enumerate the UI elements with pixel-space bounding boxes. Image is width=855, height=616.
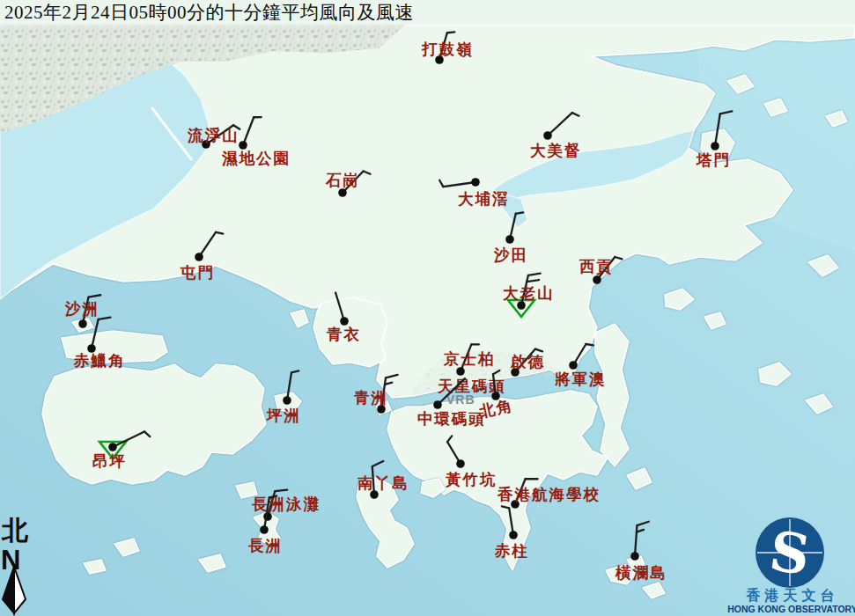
- station-label: 黃竹坑: [446, 471, 498, 488]
- station-label: 濕地公園: [221, 150, 291, 167]
- station-label: 大埔滘: [458, 190, 510, 208]
- station-dot: [593, 275, 601, 284]
- station-dot: [456, 367, 465, 376]
- map-title: 2025年2月24日05時00分的十分鐘平均風向及風速: [0, 0, 855, 25]
- station-label: 中環碼頭: [417, 410, 486, 428]
- station-dot: [78, 319, 87, 328]
- station-label: 啟德: [510, 353, 545, 370]
- station-dot: [509, 531, 518, 539]
- station-label: 流浮山: [187, 127, 240, 144]
- station-dot: [340, 317, 349, 326]
- compass-letter: N: [1, 545, 20, 576]
- wind-barb-feather: [275, 490, 287, 491]
- wind-barb-feather: [516, 212, 523, 213]
- logo-cn-text: 香港天文台: [746, 587, 839, 603]
- station-label: 大老山: [503, 284, 555, 302]
- station-dot: [517, 301, 526, 310]
- station-label: 南丫島: [357, 474, 409, 492]
- station-label: 西貢: [579, 258, 614, 275]
- station-label: 塔門: [696, 151, 731, 169]
- wind-barb-feather: [586, 344, 593, 345]
- station-label: 橫瀾島: [615, 564, 667, 582]
- station-dot: [543, 131, 552, 140]
- station-dot: [456, 459, 465, 468]
- station-dot: [711, 142, 719, 150]
- station-label: 沙田: [493, 246, 528, 264]
- station-dot: [569, 361, 578, 370]
- station-dot: [505, 235, 514, 244]
- logo-en-text: HONG KONG OBSERVATORY: [727, 604, 855, 614]
- station-label: 青衣: [326, 326, 361, 343]
- wind-map: 打鼓嶺流浮山濕地公園石崗大埔滘大美督塔門沙田西貢大老山屯門沙洲赤鱲角青衣京士柏啟…: [0, 0, 855, 616]
- station-dot: [283, 396, 291, 405]
- station-label: 京士柏: [443, 350, 496, 368]
- station-label: 赤柱: [494, 542, 529, 560]
- station-label: 沙洲: [64, 300, 100, 318]
- station-dot: [338, 188, 347, 197]
- station-label: 昂坪: [92, 452, 127, 470]
- station-dot: [433, 400, 442, 409]
- station-label: 將軍澳: [554, 370, 607, 388]
- map-canvas: 打鼓嶺流浮山濕地公園石崗大埔滘大美督塔門沙田西貢大老山屯門沙洲赤鱲角青衣京士柏啟…: [0, 0, 855, 616]
- station-label: 打鼓嶺: [421, 40, 474, 58]
- station-label: 長洲泳灘: [251, 495, 321, 513]
- title-bar: 2025年2月24日05時00分的十分鐘平均風向及風速: [0, 0, 855, 25]
- station-label: 大美督: [530, 142, 582, 159]
- station-dot: [471, 178, 480, 187]
- wind-barb-feather: [447, 32, 454, 33]
- station-label: 坪洲: [266, 407, 301, 424]
- station-dot: [630, 552, 639, 561]
- station-dot: [239, 141, 247, 150]
- station-label: 長洲: [247, 537, 283, 554]
- station-label: 屯門: [180, 264, 215, 282]
- compass-hanzi: 北: [1, 516, 29, 545]
- station-dot: [108, 443, 117, 451]
- station-dot: [260, 525, 269, 534]
- station-label: 香港航海學校: [497, 486, 601, 503]
- station-label: 青洲: [353, 389, 388, 407]
- vrb-wind-indicator: VRB: [446, 392, 475, 407]
- station-dot: [195, 253, 203, 261]
- station-label: 赤鱲角: [73, 352, 126, 370]
- station-label: 石崗: [325, 172, 360, 189]
